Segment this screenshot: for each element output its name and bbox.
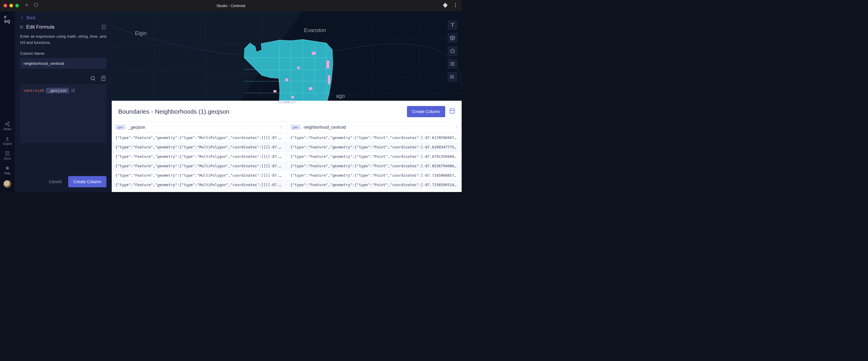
window-controls [3, 4, 19, 7]
help-icon [5, 165, 10, 171]
table-cell: {"type":"Feature","geometry":{"type":"Po… [287, 161, 462, 170]
table-header-row: geo _geojson ⋮ geo neighborhood_centroid… [112, 121, 462, 133]
table-row[interactable]: {"type":"Feature","geometry":{"type":"Mu… [112, 133, 462, 142]
data-table-panel: Boundaries - Neighborhoods (1).geojson C… [112, 101, 462, 192]
back-label: Back [27, 15, 36, 20]
create-column-button-table[interactable]: Create Column [407, 106, 445, 117]
column-menu-icon[interactable]: ⋮ [279, 125, 284, 130]
share-icon [5, 121, 10, 127]
extension-icon[interactable] [443, 2, 448, 9]
column-header[interactable]: geo _geojson ⋮ [112, 121, 287, 133]
window-titlebar: Studio - Centroid [0, 0, 462, 11]
main-content: ElginEvanstonago Boundaries - Neighborho… [112, 11, 462, 192]
rail-label: Share [3, 128, 11, 131]
column-name: neighborhood_centroid [304, 125, 346, 130]
table-cell: {"type":"Feature","geometry":{"type":"Mu… [112, 180, 287, 189]
svg-rect-13 [309, 87, 312, 90]
svg-point-8 [91, 76, 94, 80]
formula-token: _geojson [46, 88, 69, 93]
svg-rect-12 [285, 78, 288, 81]
reference-icon[interactable] [100, 75, 106, 81]
panel-description: Enter an expression using math, string, … [20, 33, 106, 46]
map-label: Evanston [304, 27, 326, 33]
back-nav-icon[interactable] [25, 3, 29, 8]
table-cell: {"type":"Feature","geometry":{"type":"Po… [287, 142, 462, 151]
svg-point-3 [8, 122, 9, 123]
table-cell: {"type":"Feature","geometry":{"type":"Mu… [112, 152, 287, 161]
left-rail: F SQ Share Export Docs Help [0, 11, 15, 192]
window-title: Studio - Centroid [216, 3, 245, 8]
svg-rect-15 [328, 75, 330, 84]
chevron-left-icon [20, 16, 24, 20]
minimize-window-icon[interactable] [9, 4, 13, 7]
table-cell: {"type":"Feature","geometry":{"type":"Po… [287, 171, 462, 180]
rail-label: Docs [4, 157, 11, 160]
svg-point-4 [5, 123, 7, 125]
search-icon[interactable] [90, 75, 96, 81]
reload-icon[interactable] [33, 3, 38, 8]
table-cell: {"type":"Feature","geometry":{"type":"Po… [287, 133, 462, 142]
map-right-rail [447, 20, 458, 82]
table-row[interactable]: {"type":"Feature","geometry":{"type":"Mu… [112, 161, 462, 171]
app-logo: F SQ [4, 15, 10, 24]
rail-label: Help [4, 172, 10, 175]
svg-rect-10 [312, 52, 316, 55]
overflow-menu-icon[interactable] [453, 2, 458, 9]
column-header[interactable]: geo neighborhood_centroid ⋮ [287, 121, 462, 133]
column-menu-icon[interactable]: ⋮ [454, 125, 459, 130]
close-window-icon[interactable] [3, 4, 7, 7]
table-title: Boundaries - Neighborhoods (1).geojson [118, 108, 407, 115]
align-left-icon[interactable] [447, 72, 458, 82]
rail-export[interactable]: Export [3, 136, 12, 145]
table-cell: {"type":"Feature","geometry":{"type":"Mu… [112, 171, 287, 180]
map-label: ago [336, 93, 345, 99]
table-row[interactable]: {"type":"Feature","geometry":{"type":"Mu… [112, 152, 462, 161]
formula-editor[interactable]: centroid(_geojson) [20, 84, 106, 143]
svg-point-19 [451, 64, 451, 64]
svg-point-1 [455, 5, 456, 5]
create-column-button[interactable]: Create Column [68, 176, 106, 187]
export-icon [5, 136, 10, 141]
text-cursor [74, 88, 76, 93]
fx-icon: fx [20, 25, 23, 29]
svg-rect-21 [450, 109, 455, 113]
maximize-window-icon[interactable] [15, 4, 19, 7]
table-row[interactable]: {"type":"Feature","geometry":{"type":"Mu… [112, 180, 462, 190]
cube-icon[interactable] [447, 33, 458, 43]
panel-resize-handle[interactable] [278, 101, 296, 103]
column-name: _geojson [128, 125, 145, 130]
panel-title: Edit Formula [26, 24, 98, 30]
svg-point-18 [451, 62, 451, 63]
layout-toggle-icon[interactable] [449, 108, 455, 115]
table-cell: {"type":"Feature","geometry":{"type":"Po… [287, 180, 462, 189]
svg-rect-17 [291, 96, 294, 99]
table-row[interactable]: {"type":"Feature","geometry":{"type":"Mu… [112, 142, 462, 152]
book-open-icon[interactable] [447, 20, 458, 30]
svg-point-2 [455, 6, 456, 7]
table-row[interactable]: {"type":"Feature","geometry":{"type":"Mu… [112, 171, 462, 180]
house-icon[interactable] [447, 46, 458, 56]
rail-share[interactable]: Share [3, 121, 11, 131]
rail-help[interactable]: Help [4, 165, 10, 175]
svg-point-0 [455, 3, 456, 4]
table-body[interactable]: {"type":"Feature","geometry":{"type":"Mu… [112, 133, 462, 192]
map-label: Elgin [135, 30, 147, 36]
formula-fn: centroid [24, 88, 42, 93]
table-cell: {"type":"Feature","geometry":{"type":"Mu… [112, 161, 287, 170]
table-cell: {"type":"Feature","geometry":{"type":"Mu… [112, 133, 287, 142]
user-avatar[interactable] [3, 180, 11, 188]
svg-rect-16 [274, 90, 276, 92]
type-chip: geo [290, 124, 301, 130]
table-cell: {"type":"Feature","geometry":{"type":"Po… [287, 152, 462, 161]
svg-point-5 [8, 125, 9, 126]
column-name-input[interactable] [20, 58, 106, 69]
cancel-button[interactable]: Cancel [45, 176, 66, 187]
list-icon[interactable] [447, 59, 458, 69]
rail-docs[interactable]: Docs [4, 151, 11, 160]
formula-panel: Back fx Edit Formula Enter an expression… [15, 11, 112, 192]
svg-rect-14 [327, 61, 329, 68]
back-button[interactable]: Back [20, 15, 106, 20]
table-cell: {"type":"Feature","geometry":{"type":"Mu… [112, 142, 287, 151]
svg-rect-11 [297, 66, 300, 69]
document-icon[interactable] [101, 24, 106, 30]
